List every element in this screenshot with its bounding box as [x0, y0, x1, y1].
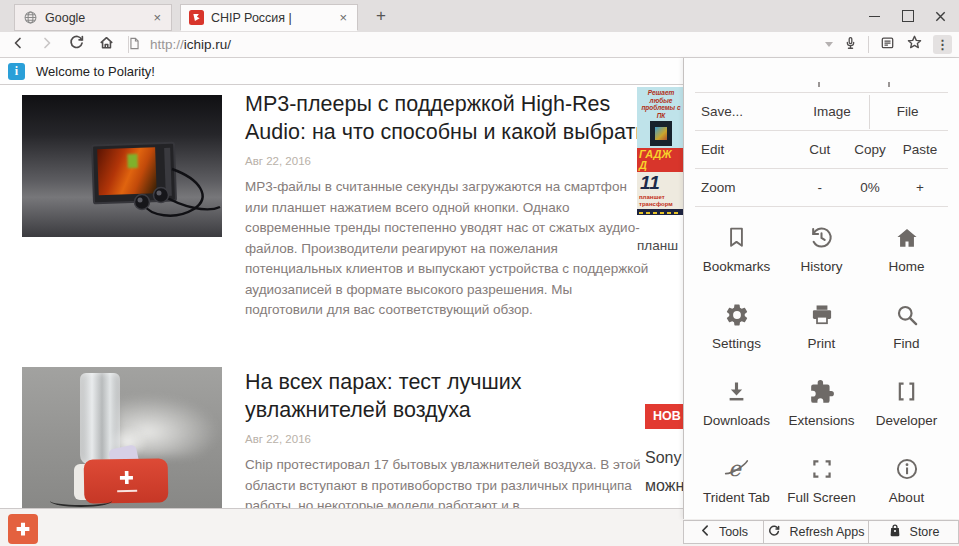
menu-row-save: Save... Image File [684, 93, 959, 130]
refresh-button[interactable] [68, 34, 85, 55]
tab-close-icon[interactable]: × [337, 10, 349, 25]
tab-title: CHIP Россия | [211, 11, 330, 25]
url-text: http://ichip.ru/ [150, 37, 231, 52]
tools-button[interactable]: Tools [684, 521, 763, 543]
menu-downloads[interactable]: Downloads [694, 364, 779, 441]
svg-text:e: e [728, 456, 742, 481]
address-dropdown-icon[interactable] [825, 42, 833, 47]
bookmark-star-icon[interactable] [906, 34, 923, 55]
sidebar-caption: планш [637, 238, 678, 253]
article-summary: MP3-файлы в считанные секунды загружаютс… [245, 177, 651, 321]
forward-button[interactable] [39, 35, 55, 55]
cut-button[interactable]: Cut [795, 142, 845, 157]
history-icon [808, 224, 835, 252]
browser-menu-panel: Save... Image File Edit Cut Copy Paste Z… [683, 58, 959, 519]
find-icon [894, 301, 920, 329]
store-button[interactable]: Store [869, 521, 958, 543]
trident-ie-icon: e [723, 455, 750, 483]
menu-find[interactable]: Find [864, 287, 949, 364]
save-image-button[interactable]: Image [795, 104, 870, 119]
chip-favicon-icon [189, 10, 204, 25]
chevron-left-icon [699, 524, 711, 540]
browser-window: Google × CHIP Россия | × + [0, 0, 959, 546]
tab-chip[interactable]: CHIP Россия | × [180, 4, 358, 31]
refresh-apps-button[interactable]: Refresh Apps [763, 521, 869, 543]
menu-home[interactable]: Home [864, 210, 949, 287]
cover-thumbnail [650, 121, 672, 146]
titlebar: Google × CHIP Россия | × + [0, 0, 959, 32]
cover-top-text: Решает любые проблемы с ПК [637, 87, 685, 120]
info-icon: i [8, 63, 25, 80]
home-button[interactable] [98, 34, 115, 55]
save-file-button[interactable]: File [870, 104, 945, 119]
cover-footer [637, 209, 685, 215]
article-2: На всех парах: тест лучших увлажнителей … [245, 368, 651, 508]
minimize-button[interactable] [858, 0, 891, 32]
reading-list-icon[interactable] [879, 35, 896, 55]
tab-google[interactable]: Google × [14, 4, 172, 31]
tab-title: Google [45, 11, 144, 25]
menu-row-zoom: Zoom - 0% + [684, 169, 959, 206]
home-icon [894, 224, 920, 252]
cover-number: 11 [637, 172, 685, 193]
tab-close-icon[interactable]: × [151, 10, 163, 25]
bottom-buttons: Tools Refresh Apps Store [683, 520, 959, 544]
save-label: Save... [701, 104, 795, 119]
magazine-cover-banner[interactable]: Решает любые проблемы с ПК ГАДЖД 11 план… [637, 87, 685, 215]
page-icon [127, 36, 142, 54]
cover-band-text: ГАДЖД [637, 148, 685, 172]
cover-sub-text: планшеттрансформ [637, 193, 685, 209]
toolbar-divider [868, 36, 869, 53]
zoom-out-button[interactable]: - [795, 180, 845, 195]
print-icon [809, 301, 835, 329]
maximize-button[interactable] [891, 0, 924, 32]
menu-dots-button[interactable]: ⋮ [933, 35, 952, 54]
power-cord [50, 495, 112, 507]
menu-full-screen[interactable]: Full Screen [779, 441, 864, 518]
menu-developer[interactable]: Developer [864, 364, 949, 441]
menu-bookmarks[interactable]: Bookmarks [694, 210, 779, 287]
window-controls [858, 0, 957, 32]
settings-icon [724, 301, 750, 329]
globe-icon [23, 10, 38, 25]
article-summary: Chip протестировал 17 бытовых увлажнител… [245, 455, 651, 508]
bookmarks-icon [724, 224, 749, 252]
new-tab-button[interactable]: + [370, 5, 392, 27]
copy-button[interactable]: Copy [845, 142, 895, 157]
menu-clipped-row [684, 58, 959, 92]
menu-history[interactable]: History [779, 210, 864, 287]
fullscreen-icon [810, 455, 834, 483]
article-thumbnail-humidifier[interactable] [22, 367, 222, 508]
refresh-icon [767, 524, 781, 541]
menu-about[interactable]: About [864, 441, 949, 518]
article-1: MP3-плееры с поддержкой High-Res Audio: … [245, 90, 651, 321]
zoom-in-button[interactable]: + [895, 180, 945, 195]
store-bag-icon [888, 523, 902, 541]
article-title-link[interactable]: На всех парах: тест лучших увлажнителей … [245, 368, 580, 424]
menu-trident-tab[interactable]: e Trident Tab [694, 441, 779, 518]
menu-row-edit: Edit Cut Copy Paste [684, 131, 959, 168]
menu-print[interactable]: Print [779, 287, 864, 364]
about-icon [894, 455, 920, 483]
menu-settings[interactable]: Settings [694, 287, 779, 364]
article-date: Авг 22, 2016 [245, 433, 651, 445]
developer-icon [894, 378, 919, 406]
extensions-icon [809, 378, 835, 406]
back-button[interactable] [10, 35, 26, 55]
microphone-icon[interactable] [843, 35, 858, 55]
infobar-text: Welcome to Polarity! [36, 64, 155, 79]
menu-extensions[interactable]: Extensions [779, 364, 864, 441]
zoom-label: Zoom [701, 180, 795, 195]
menu-grid: Bookmarks History Home Settings [684, 207, 959, 518]
address-bar[interactable]: http://ichip.ru/ [127, 32, 231, 57]
paste-button[interactable]: Paste [895, 142, 945, 157]
close-button[interactable] [924, 0, 957, 32]
polarity-plus-icon[interactable] [8, 514, 38, 544]
article-thumbnail-mp3-player[interactable] [22, 95, 222, 237]
news-headline-link[interactable]: Sony можн прил [645, 444, 684, 508]
zoom-level-value: 0% [845, 180, 895, 195]
article-title-link[interactable]: MP3-плееры с поддержкой High-Res Audio: … [245, 90, 651, 146]
downloads-icon [724, 378, 749, 406]
edit-label: Edit [701, 142, 795, 157]
navigation-toolbar: http://ichip.ru/ ⋮ [0, 32, 959, 58]
